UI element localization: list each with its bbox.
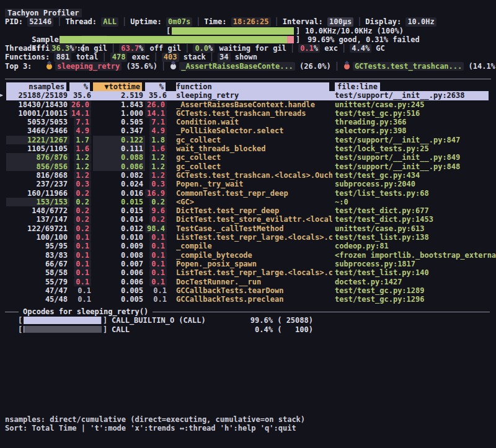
- cell-direct-pct: 0.2: [69, 198, 93, 206]
- column-header-tottime-sorted[interactable]: ▼tottime: [93, 82, 145, 91]
- table-row[interactable]: 10001/1001514.11.00014.1GCTests.test_tra…: [0, 109, 496, 118]
- cell-function-name: Popen._posix_spawn: [176, 260, 332, 268]
- direct-pct-value: 26.0: [69, 100, 91, 109]
- separator-pipe: │: [192, 17, 204, 26]
- cell-cumulative-pct: 0.1: [145, 233, 169, 242]
- table-row[interactable]: 160/119660.20.01616.9CommonTest.test_rep…: [0, 189, 496, 198]
- table-row[interactable]: 816/8681.20.0821.2GCTests.test_trashcan.…: [0, 171, 496, 180]
- table-row[interactable]: ▶25188/2518935.62.51935.6sleeping_retryt…: [0, 91, 489, 100]
- cell-gap: [169, 260, 176, 268]
- row-gutter: [0, 100, 6, 109]
- cell-cumulative-pct: 1.8: [145, 136, 169, 144]
- row-gutter: [0, 180, 6, 188]
- functions-stat-value: 34: [218, 53, 230, 61]
- table-row[interactable]: 153/1530.20.0150.2<GC>~:0: [0, 198, 496, 206]
- cell-nsamples: 47/47: [6, 286, 69, 295]
- status-value-interval: 100µs: [327, 17, 353, 26]
- cell-function-name: TestCase._callTestMethod: [176, 224, 332, 233]
- table-row[interactable]: 148/67720.20.0159.6DictTest.test_repr_de…: [0, 206, 496, 215]
- table-row[interactable]: 58/580.10.0060.1ListTest.test_repr_large…: [0, 268, 496, 277]
- table-row[interactable]: 66/670.10.0070.1Popen._posix_spawnsubpro…: [0, 260, 496, 268]
- cell-nsamples: 876/876: [6, 153, 69, 162]
- row-gutter: [0, 242, 6, 250]
- column-header-cumulative-pct[interactable]: %: [145, 82, 169, 91]
- separator-pipe: │: [353, 17, 365, 26]
- cumulative-pct-value: 0.1: [149, 278, 167, 286]
- cell-nsamples: 58/58: [6, 268, 69, 277]
- table-row[interactable]: 83/830.10.0080.1_compile_bytecode<frozen…: [0, 251, 496, 260]
- column-header-direct-pct[interactable]: %: [69, 82, 93, 91]
- cell-gap: [169, 136, 176, 144]
- cell-direct-pct: 1.7: [69, 136, 93, 144]
- table-row[interactable]: 1105/11051.60.1111.6wait_threads_blocked…: [0, 144, 496, 153]
- cell-function-name: GCTests.test_trashcan_threads: [176, 109, 332, 118]
- cell-cumulative-pct: 14.1: [145, 109, 169, 118]
- threads-line: Threads: 36.3% on gil│63.7% off gil│0.0%…: [0, 44, 496, 53]
- column-header-nsamples[interactable]: nsamples: [6, 82, 69, 91]
- column-header-file-line-label: file:line: [335, 82, 380, 91]
- row-gutter: [0, 153, 6, 162]
- direct-pct-value: 0.1: [74, 268, 91, 277]
- efficiency-bar-close-bracket: ]: [296, 35, 300, 44]
- medal-gold-icon: [46, 64, 52, 69]
- cell-direct-pct: 0.1: [69, 242, 93, 250]
- table-row[interactable]: 45/480.10.0050.1GCCallbackTests.preclean…: [0, 295, 496, 304]
- direct-pct-value: 0.1: [74, 233, 91, 242]
- cell-cumulative-pct: 0.1: [145, 251, 169, 260]
- cell-gap: [169, 251, 176, 260]
- cell-function-name: <GC>: [176, 198, 332, 206]
- table-row[interactable]: 122/697210.20.01298.4TestCase._callTestM…: [0, 224, 496, 233]
- direct-pct-value: 1.2: [74, 153, 91, 162]
- title-line: Tachyon Profiler: [0, 9, 496, 17]
- table-row[interactable]: 18430/1843026.01.84326.0_AssertRaisesBas…: [0, 100, 496, 109]
- app-title: Tachyon Profiler: [5, 9, 82, 17]
- cell-function-name: GCCallbackTests.tearDown: [176, 286, 332, 295]
- table-row[interactable]: 95/950.10.0090.1_compilecodeop.py:81: [0, 242, 496, 250]
- direct-pct-value: 0.1: [74, 260, 91, 268]
- cell-cumulative-pct: 0.1: [145, 278, 169, 286]
- table-row[interactable]: 876/8761.20.0881.2gc_collecttest/support…: [0, 153, 496, 162]
- cell-tottime: 1.843: [93, 100, 145, 109]
- direct-pct-value: 1.6: [74, 144, 91, 153]
- opcode-name: CALL_BUILTIN_O (CALL): [112, 316, 206, 325]
- opcode-usage-bar-fill: [24, 317, 101, 324]
- cell-nsamples: 100/100: [6, 233, 69, 242]
- samples-bar-open-bracket: [: [166, 27, 170, 35]
- table-row[interactable]: 47/470.10.0050.1GCCallbackTests.tearDown…: [0, 286, 496, 295]
- opcode-usage-bar: [24, 326, 102, 333]
- cell-cumulative-pct: 7.1: [145, 118, 169, 126]
- cell-file-line: test/test_gc.py:1289: [335, 286, 496, 295]
- top3-function-pct: (35.6%): [122, 62, 157, 71]
- cell-gap: [169, 153, 176, 162]
- cell-tottime: 0.082: [93, 171, 145, 180]
- table-row[interactable]: 137/1470.20.0140.2DictTest.test_store_ev…: [0, 215, 496, 224]
- table-row[interactable]: 1221/12671.70.1221.8gc_collecttest/suppo…: [0, 136, 496, 144]
- cell-file-line: threading.py:366: [335, 118, 496, 126]
- cell-nsamples: 18430/18430: [6, 100, 69, 109]
- column-header-function[interactable]: function: [176, 82, 332, 91]
- table-row[interactable]: 5053/50537.10.5057.1Condition.waitthread…: [0, 118, 496, 126]
- cell-file-line: test/test_list.py:140: [335, 268, 496, 277]
- table-row[interactable]: 856/8561.20.0861.2gc_collecttest/support…: [0, 162, 496, 171]
- thread-stat-text: GC: [371, 44, 385, 53]
- header-panel: Tachyon Profiler PID: 52146│Thread: ALL│…: [0, 9, 496, 71]
- cell-tottime: 0.010: [93, 233, 145, 242]
- cumulative-pct-value: 26.0: [145, 100, 167, 109]
- table-row[interactable]: 237/2370.30.0240.3Popen._try_waitsubproc…: [0, 180, 496, 188]
- column-header-file-line[interactable]: file:line: [335, 82, 496, 91]
- status-label-time: Time:: [204, 17, 231, 26]
- direct-pct-value: 0.2: [74, 189, 91, 198]
- cell-function-name: ListTest.test_repr_large.<locals>.c...: [176, 268, 332, 277]
- row-gutter: [0, 268, 6, 277]
- cell-file-line: test/lock_tests.py:25: [335, 144, 496, 153]
- table-row[interactable]: 3466/34664.90.3474.9_PollLikeSelector.se…: [0, 126, 496, 135]
- cumulative-pct-value: 0.1: [149, 260, 167, 268]
- cell-gap: [169, 162, 176, 171]
- table-row[interactable]: 55/790.10.0060.1DocTestRunner.__rundocte…: [0, 278, 496, 286]
- row-gutter: [0, 109, 6, 118]
- row-gutter: [0, 278, 6, 286]
- table-row[interactable]: 100/1000.10.0100.1ListTest.test_repr_lar…: [0, 233, 496, 242]
- direct-pct-value: 0.2: [74, 198, 91, 206]
- row-gutter: [0, 260, 6, 268]
- cell-tottime: 0.009: [93, 242, 145, 250]
